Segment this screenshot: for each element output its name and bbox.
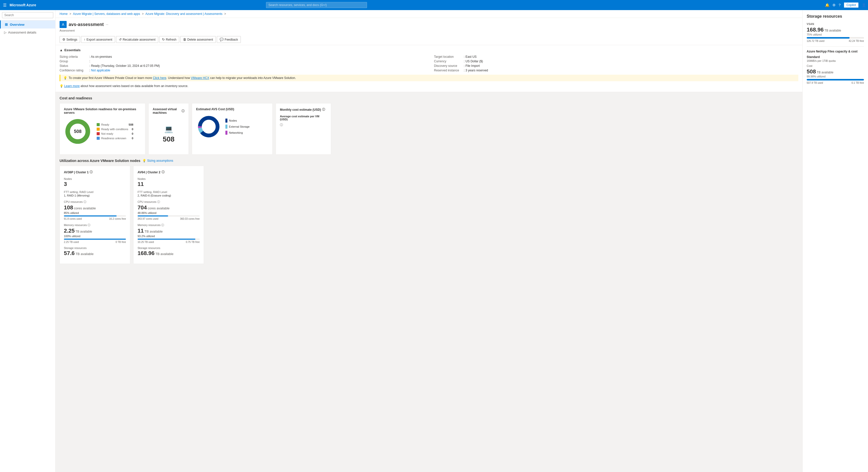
cluster2-cpu-label: CPU resources ⓘ [137, 200, 200, 204]
sizing-label: Sizing criteria [60, 55, 87, 59]
anf-unit: TB available [817, 71, 833, 74]
monthly-cost-info-icon[interactable]: ⓘ [322, 107, 325, 112]
assessed-vms-title: Assessed virtual machines ⓘ [153, 107, 185, 115]
cluster2-memory-value: 11 [137, 227, 144, 234]
global-search-input[interactable] [266, 2, 367, 8]
discovery-value: : File Import [464, 64, 480, 68]
page-subtitle: Assessment [60, 29, 798, 32]
hamburger-icon[interactable]: ☰ [2, 2, 7, 8]
anf-cost-label: Cost [807, 64, 864, 67]
legend-readiness-unknown: Readiness unknown 0 [97, 137, 133, 140]
legend-ready-conditions: Ready with conditions 0 [97, 128, 133, 131]
cluster2-storage-value-row: 168.96 TB available [137, 250, 200, 257]
cluster2-memory-info-icon[interactable]: ⓘ [161, 223, 164, 226]
click-here-link[interactable]: Click here [153, 76, 166, 80]
cluster1-memory-value: 2.25 [64, 227, 75, 234]
sidebar-search-input[interactable] [2, 12, 53, 18]
ext-storage-color [225, 125, 227, 129]
confidence-link[interactable]: Not applicable [91, 69, 110, 72]
export-button[interactable]: ↑ Export assessment [81, 36, 115, 43]
cluster2-cpu-used: 343.97 cores used [137, 217, 158, 220]
recalculate-button[interactable]: ↺ Recalculate assessment [116, 36, 158, 43]
cards-row: Azure VMware Solution readiness for on-p… [60, 103, 798, 155]
sizing-assumptions-link[interactable]: 💡 Sizing assumptions [142, 159, 173, 162]
cluster2-cpu-info-icon[interactable]: ⓘ [157, 200, 160, 203]
cost-legend: Nodes External Storage Networking [225, 119, 250, 135]
cluster2-cpu-fill [137, 215, 168, 216]
cost-legend-storage: External Storage [225, 125, 250, 129]
notifications-icon[interactable]: 🔔 [825, 3, 829, 7]
ready-conditions-color [97, 128, 100, 131]
vsan-util: 75% utilized [807, 33, 864, 36]
anf-value-row: 508 TB available [807, 68, 864, 75]
cluster2-memory: Memory resources ⓘ 11 TB available 93.2%… [137, 223, 200, 244]
cluster1-memory-info-icon[interactable]: ⓘ [88, 223, 90, 226]
sidebar-item-assessment-details[interactable]: ▷ Assessment details [0, 29, 55, 36]
bulb-icon-2: 💡 [60, 84, 63, 88]
breadcrumb-assessment[interactable]: Azure Migrate: Discovery and assessment … [145, 12, 222, 15]
breadcrumb-sep-1: > [69, 12, 71, 15]
settings-icon[interactable]: ⚙ [832, 3, 836, 7]
overview-icon: ⊞ [5, 23, 8, 27]
breadcrumb-migrate[interactable]: Azure Migrate | Servers, databases and w… [73, 12, 140, 15]
vsan-label: vSAN [807, 23, 864, 26]
cluster1-info-icon[interactable]: ⓘ [90, 170, 93, 174]
estimated-cost-card: Estimated AVS Cost (USD) [192, 103, 273, 155]
bulb-icon-sizing: 💡 [142, 159, 146, 162]
assessed-vms-card: Assessed virtual machines ⓘ 💻 508 [148, 103, 189, 155]
cluster1-cpu-free: 16.2 cores free [109, 217, 126, 220]
cluster2-memory-progress [137, 239, 200, 240]
cluster2-info-icon[interactable]: ⓘ [161, 170, 164, 174]
help-icon[interactable]: ? [839, 3, 841, 7]
account-icon[interactable]: 👤 [862, 3, 866, 7]
main-content: Cost and readiness Azure VMware Solution… [56, 92, 802, 268]
cluster1-memory-progress [64, 239, 126, 240]
copilot-button[interactable]: Copilot [844, 2, 859, 8]
sizing-assumptions-label: Sizing assumptions [147, 159, 173, 162]
cluster1-memory-unit-text: TB available [75, 230, 92, 233]
essentials-header[interactable]: ▲ Essentials [60, 48, 798, 52]
delete-button[interactable]: 🗑 Delete assessment [180, 36, 216, 43]
cluster2-cpu-free: 360.03 cores free [180, 217, 200, 220]
cluster1-memory-free: 0 TB free [116, 241, 126, 244]
sidebar-item-overview[interactable]: ⊞ Overview [0, 21, 55, 29]
learn-more-link[interactable]: Learn more [64, 84, 80, 88]
recalculate-btn-label: Recalculate assessment [123, 38, 155, 41]
essentials-target: Target location : East US [434, 55, 799, 59]
currency-value: : US Dollar ($) [464, 60, 483, 63]
feedback-button[interactable]: 💬 Feedback [217, 36, 241, 43]
vmware-hcx-link[interactable]: VMware HCX [191, 76, 209, 80]
cluster2-storage-label: Storage resources [137, 247, 200, 250]
avg-cost-label: Average cost estimate per VM (USD) [280, 115, 327, 121]
page-icon: A [60, 21, 67, 28]
page-title: avs-assessment [69, 22, 104, 27]
cluster1-ftt-value: 1, RAID-1 (Mirroring) [64, 194, 126, 197]
app-logo: Microsoft Azure [9, 3, 36, 7]
anf-progress-bar [807, 79, 864, 81]
readiness-card-title: Azure VMware Solution readiness for on-p… [64, 107, 141, 115]
right-panel-title: Storage resources [807, 14, 864, 19]
breadcrumb-home[interactable]: Home [60, 12, 68, 15]
refresh-button[interactable]: ↻ Refresh [159, 36, 179, 43]
page-menu-dots[interactable]: ··· [106, 23, 108, 26]
delete-btn-label: Delete assessment [187, 38, 213, 41]
settings-btn-label: Settings [66, 38, 77, 41]
status-value: : Ready (Thursday, October 10, 2024 at 6… [89, 64, 160, 68]
banner2-text: about how assessment varies based on dat… [81, 84, 188, 88]
vsan-free: 42.24 TB free [849, 40, 864, 42]
assessed-vms-content: 💻 508 [153, 118, 185, 150]
cluster2-cpu-progress [137, 215, 200, 216]
essentials-reserved: Reserved instance : 3 years reserved [434, 68, 799, 73]
vsan-progress-bar [807, 37, 864, 39]
settings-button[interactable]: ⚙ Settings [60, 36, 80, 43]
cluster2-title: AV64 | Cluster 2 ⓘ [137, 170, 200, 174]
assessed-vms-info-icon[interactable]: ⓘ [182, 109, 185, 113]
essentials-group: Group : [60, 59, 424, 64]
info-banner-1: 💡 To create your first Azure VMware Priv… [60, 75, 798, 81]
cluster1-cpu-value: 108 [64, 204, 73, 211]
vm-icon: 💻 [164, 125, 173, 133]
networking-color [225, 131, 227, 135]
monthly-cost-card: Monthly cost estimate (USD) ⓘ Average co… [276, 103, 331, 155]
cluster1-cpu-info-icon[interactable]: ⓘ [84, 200, 86, 203]
readiness-center-text: 508 [74, 129, 82, 134]
